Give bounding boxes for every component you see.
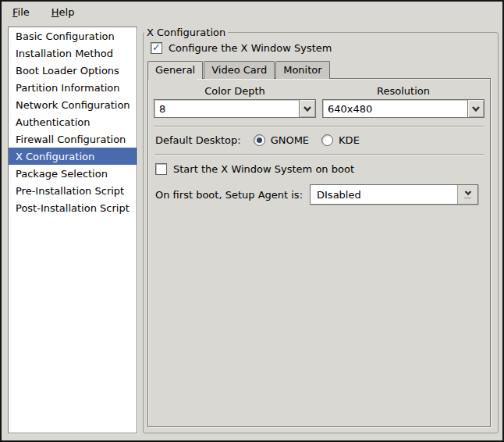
chevron-down-icon <box>471 106 481 112</box>
setup-agent-value-text: DIsabled <box>317 189 361 201</box>
menubar: File Help <box>2 2 502 23</box>
configure-x-checkbox-row[interactable]: ✓ Configure the X Window System <box>151 42 491 54</box>
x-configuration-group: X Configuration ✓ Configure the X Window… <box>143 32 499 433</box>
sidebar-item-network-configuration[interactable]: Network Configuration <box>9 96 137 113</box>
menu-help[interactable]: Help <box>47 4 80 20</box>
setup-agent-dropdown-button[interactable] <box>457 185 477 204</box>
default-desktop-label: Default Desktop: <box>155 134 241 146</box>
gnome-radio-option[interactable]: GNOME <box>254 134 309 146</box>
group-title: X Configuration <box>144 26 228 39</box>
color-depth-label: Color Depth <box>154 85 316 97</box>
resolution-entry[interactable]: 640x480 <box>322 99 467 118</box>
start-x-on-boot-row[interactable]: Start the X Window System on boot <box>155 163 484 175</box>
separator <box>154 126 484 127</box>
resolution-combobox[interactable]: 640x480 <box>322 99 484 118</box>
color-depth-entry[interactable]: 8 <box>154 99 299 118</box>
x-config-tabs: General Video Card Monitor <box>147 61 491 79</box>
window-body: Basic Configuration Installation Method … <box>2 23 502 440</box>
gnome-radio-button[interactable] <box>254 134 265 146</box>
sidebar-item-firewall-configuration[interactable]: Firewall Configuration <box>9 130 137 148</box>
tab-general[interactable]: General <box>147 61 203 79</box>
tab-monitor[interactable]: Monitor <box>275 61 329 79</box>
check-icon: ✓ <box>152 42 161 52</box>
kde-radio-option[interactable]: KDE <box>321 134 360 146</box>
sidebar-item-package-selection[interactable]: Package Selection <box>9 165 137 182</box>
kde-radio-label: KDE <box>339 134 360 146</box>
setup-agent-label: On first boot, Setup Agent is: <box>155 189 303 201</box>
dropdown-dash-icon <box>464 197 471 199</box>
start-x-on-boot-checkbox[interactable] <box>155 163 167 175</box>
setup-agent-dropdown[interactable]: DIsabled <box>310 184 478 205</box>
depth-resolution-row: Color Depth 8 Resolution <box>154 85 484 118</box>
chevron-down-icon <box>303 106 312 112</box>
start-x-on-boot-label: Start the X Window System on boot <box>173 163 354 175</box>
configure-x-checkbox[interactable]: ✓ <box>151 42 162 54</box>
color-depth-combobox[interactable]: 8 <box>154 99 316 118</box>
setup-agent-value: DIsabled <box>311 185 457 204</box>
resolution-value: 640x480 <box>328 103 372 115</box>
kickstart-configurator-window: File Help Basic Configuration Installati… <box>0 0 504 442</box>
resolution-group: Resolution 640x480 <box>322 85 484 118</box>
separator <box>154 154 484 155</box>
chevron-down-icon <box>464 191 472 195</box>
resolution-dropdown-button[interactable] <box>467 99 484 118</box>
resolution-label: Resolution <box>322 85 484 97</box>
sidebar-item-partition-information[interactable]: Partition Information <box>9 79 137 96</box>
default-desktop-row: Default Desktop: GNOME KDE <box>155 134 484 146</box>
sidebar-item-x-configuration[interactable]: X Configuration <box>9 148 137 165</box>
sidebar-item-pre-installation-script[interactable]: Pre-Installation Script <box>9 182 137 199</box>
color-depth-group: Color Depth 8 <box>154 85 316 118</box>
sidebar-item-post-installation-script[interactable]: Post-Installation Script <box>9 199 137 216</box>
general-tab-panel: Color Depth 8 Resolution <box>147 78 491 427</box>
kde-radio-button[interactable] <box>321 134 333 146</box>
sidebar-item-basic-configuration[interactable]: Basic Configuration <box>9 27 137 45</box>
configure-x-label: Configure the X Window System <box>169 42 332 54</box>
gnome-radio-label: GNOME <box>271 134 309 146</box>
setup-agent-row: On first boot, Setup Agent is: DIsabled <box>155 184 484 205</box>
section-list: Basic Configuration Installation Method … <box>8 27 137 433</box>
tab-video-card[interactable]: Video Card <box>204 61 275 79</box>
color-depth-value: 8 <box>159 103 165 115</box>
sidebar-item-installation-method[interactable]: Installation Method <box>9 45 137 62</box>
sidebar-item-boot-loader-options[interactable]: Boot Loader Options <box>9 62 137 79</box>
color-depth-dropdown-button[interactable] <box>299 99 316 118</box>
sidebar-item-authentication[interactable]: Authentication <box>9 113 137 130</box>
menu-file[interactable]: File <box>8 4 34 20</box>
